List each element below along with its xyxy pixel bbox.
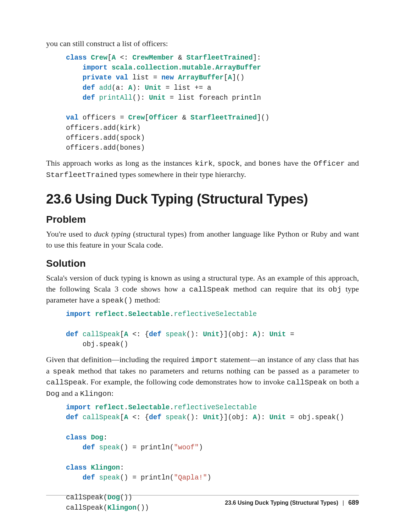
page-footer: 23.6 Using Duck Typing (Structural Types… bbox=[46, 495, 359, 506]
footer-separator: | bbox=[343, 500, 344, 506]
solution-paragraph-1: Scala's version of duck typing is known … bbox=[46, 273, 359, 306]
section-title: 23.6 Using Duck Typing (Structural Types… bbox=[46, 192, 359, 207]
solution-paragraph-2: Given that definition—including the requ… bbox=[46, 354, 359, 399]
footer-section-title: 23.6 Using Duck Typing (Structural Types… bbox=[225, 500, 338, 506]
solution-heading: Solution bbox=[46, 258, 359, 269]
page: you can still construct a list of office… bbox=[0, 0, 405, 532]
page-number: 689 bbox=[348, 499, 359, 506]
problem-heading: Problem bbox=[46, 214, 359, 225]
intro-paragraph: you can still construct a list of office… bbox=[46, 38, 359, 49]
problem-paragraph: You're used to duck typing (structural t… bbox=[46, 229, 359, 251]
paragraph-after-code1: This approach works as long as the insta… bbox=[46, 158, 359, 180]
code-block-2: import reflect.Selectable.reflectiveSele… bbox=[66, 309, 359, 349]
code-block-1: class Crew[A <: CrewMember & StarfleetTr… bbox=[66, 53, 359, 153]
